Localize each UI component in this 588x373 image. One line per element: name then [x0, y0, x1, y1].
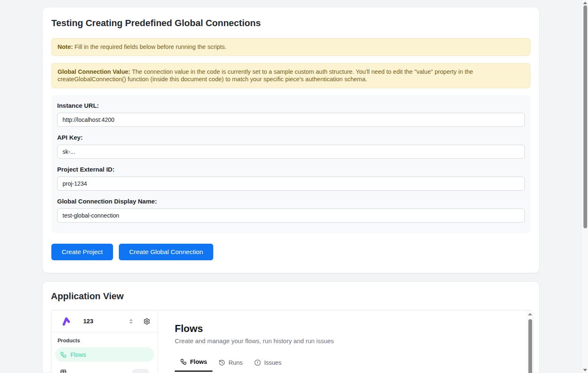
tab-flows[interactable]: Flows [175, 357, 212, 372]
global-connection-value-banner: Global Connection Value: The connection … [51, 63, 530, 88]
project-name: 123 [83, 318, 93, 325]
page-title: Testing Creating Predefined Global Conne… [51, 18, 530, 29]
table-icon [60, 369, 67, 373]
field-group-project-external-id: Project External ID: [57, 166, 525, 191]
flows-subtitle: Create and manage your flows, run histor… [175, 337, 533, 344]
alert-circle-icon [254, 359, 261, 366]
tab-label: Issues [264, 359, 282, 366]
field-group-display-name: Global Connection Display Name: [57, 198, 525, 223]
sidebar-header: 123 [51, 310, 158, 332]
instance-url-label: Instance URL: [57, 102, 525, 109]
products-section-label: Products [58, 338, 158, 344]
chevrons-up-down-icon[interactable] [128, 318, 134, 325]
workflow-icon [180, 358, 187, 365]
project-external-id-label: Project External ID: [57, 166, 525, 173]
workflow-icon [60, 351, 67, 358]
button-row: Create Project Create Global Connection [51, 244, 213, 260]
sidebar-item-partial[interactable] [55, 365, 154, 373]
sidebar-item-flows[interactable]: Flows [55, 347, 154, 362]
api-key-input[interactable] [57, 145, 525, 159]
tab-label: Flows [190, 358, 207, 365]
activepieces-logo-icon [62, 316, 71, 326]
create-global-connection-button[interactable]: Create Global Connection [119, 244, 213, 260]
note-banner-prefix: Note: [58, 44, 73, 50]
scroll-down-icon[interactable] [583, 369, 587, 371]
scroll-up-icon[interactable] [528, 313, 532, 315]
app-main-pane: Flows Create and manage your flows, run … [158, 310, 533, 373]
gear-icon[interactable] [143, 318, 150, 325]
field-group-instance-url: Instance URL: [57, 102, 525, 127]
create-project-button[interactable]: Create Project [51, 244, 113, 260]
tab-runs[interactable]: Runs [213, 357, 248, 372]
tab-label: Runs [229, 359, 243, 366]
page-scrollbar[interactable] [582, 0, 588, 373]
flows-heading: Flows [175, 323, 533, 334]
value-banner-prefix: Global Connection Value: [58, 68, 130, 75]
history-icon [219, 359, 225, 366]
application-view-title: Application View [51, 291, 531, 302]
scroll-up-icon[interactable] [583, 2, 587, 4]
display-name-label: Global Connection Display Name: [57, 198, 525, 205]
display-name-input[interactable] [57, 208, 525, 223]
app-sidebar: 123 Products Flows [51, 310, 158, 373]
page-scrollbar-thumb[interactable] [583, 5, 587, 228]
setup-card: Testing Creating Predefined Global Conne… [42, 7, 540, 273]
sidebar-item-label: Flows [70, 351, 86, 358]
connection-form: Instance URL: API Key: Project External … [51, 95, 530, 233]
tab-issues[interactable]: Issues [249, 357, 287, 372]
api-key-label: API Key: [57, 134, 525, 141]
field-group-api-key: API Key: [57, 134, 525, 159]
sidebar-item-badge [132, 369, 149, 373]
app-frame-scrollbar[interactable] [527, 310, 533, 373]
instance-url-input[interactable] [57, 113, 525, 127]
project-external-id-input[interactable] [57, 177, 525, 191]
application-view-card: Application View 123 Products [42, 281, 540, 373]
note-banner-text: Fill in the required fields below before… [73, 44, 227, 50]
note-banner: Note: Fill in the required fields below … [51, 38, 530, 56]
embedded-app-frame: 123 Products Flows [51, 310, 533, 373]
tabs-row: Flows Runs Issues [175, 357, 533, 372]
app-frame-scrollbar-thumb[interactable] [528, 319, 532, 373]
